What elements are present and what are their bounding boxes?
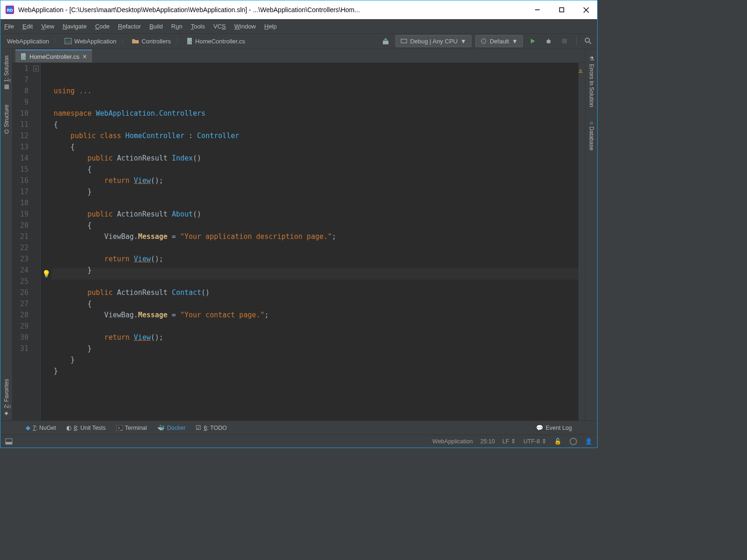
title-bar: RD WebApplication - [C:\Users\maart\Desk… xyxy=(0,0,597,19)
menu-build[interactable]: Build xyxy=(149,23,163,30)
svg-rect-29 xyxy=(6,442,12,444)
app-icon: RD xyxy=(5,5,14,14)
menu-window[interactable]: Window xyxy=(234,23,256,30)
svg-line-23 xyxy=(589,42,591,44)
event-log-button[interactable]: 💬Event Log xyxy=(536,424,572,431)
csharp-project-icon: C# xyxy=(64,37,72,45)
svg-text:RD: RD xyxy=(7,8,13,13)
menu-help[interactable]: Help xyxy=(264,23,277,30)
tool-terminal[interactable]: >_Terminal xyxy=(116,425,147,431)
tool-errors[interactable]: ⚗Errors In Solution xyxy=(587,52,596,111)
tool-favorites[interactable]: ★2: Favorites xyxy=(2,375,11,420)
status-bar: WebApplication 25:10 LF ⇕ UTF-8 ⇕ 🔓 👤 xyxy=(0,434,597,448)
svg-text:C#: C# xyxy=(66,40,71,44)
code-content[interactable]: using ... namespace WebApplication.Contr… xyxy=(52,63,578,420)
chevron-down-icon: ▼ xyxy=(460,38,466,45)
run-config-selector[interactable]: Debug | Any CPU ▼ xyxy=(395,35,472,47)
tool-window-icon[interactable] xyxy=(5,438,13,445)
inspector-icon[interactable]: 👤 xyxy=(585,438,592,445)
lock-icon[interactable]: 🔓 xyxy=(554,438,562,445)
minimize-button[interactable] xyxy=(531,4,544,15)
terminal-icon: >_ xyxy=(116,425,123,431)
toolbar: WebApplication 〉 C# WebApplication 〉 Con… xyxy=(0,33,597,49)
code-area[interactable]: 1789101112131415161718192021222324252627… xyxy=(13,63,585,420)
star-icon: ★ xyxy=(3,410,10,417)
bottom-tool-strip: ◆7: NuGet ◐8: Unit Tests >_Terminal 🐳Doc… xyxy=(0,420,597,434)
svg-rect-12 xyxy=(401,39,407,43)
menu-run[interactable]: Run xyxy=(171,23,183,30)
lightbulb-icon[interactable]: 💡 xyxy=(42,268,51,280)
file-tab-homecontroller[interactable]: C# HomeController.cs ✕ xyxy=(15,49,92,63)
database-icon: ≡ xyxy=(588,121,595,125)
left-tool-strip: ▦1: Solution ⌬Structure ★2: Favorites xyxy=(0,49,13,420)
maximize-button[interactable] xyxy=(555,4,568,15)
breadcrumb-project[interactable]: C# WebApplication xyxy=(61,35,120,48)
error-strip[interactable]: ⚠ xyxy=(578,63,585,420)
svg-rect-11 xyxy=(383,41,388,44)
tool-structure[interactable]: ⌬Structure xyxy=(2,101,11,138)
tab-close-button[interactable]: ✕ xyxy=(82,53,87,60)
menu-refactor[interactable]: Refactor xyxy=(118,23,141,30)
target-icon xyxy=(480,38,487,44)
svg-point-30 xyxy=(570,438,577,445)
build-button[interactable] xyxy=(380,35,392,47)
svg-line-18 xyxy=(550,40,551,41)
warning-icon: ⚠ xyxy=(578,65,583,76)
svg-rect-21 xyxy=(562,39,567,43)
menu-tools[interactable]: Tools xyxy=(191,23,205,30)
chevron-down-icon: ▼ xyxy=(512,38,518,45)
main-area: ▦1: Solution ⌬Structure ★2: Favorites C#… xyxy=(0,49,597,420)
window-title: WebApplication - [C:\Users\maart\Desktop… xyxy=(18,6,526,14)
tool-nuget[interactable]: ◆7: NuGet xyxy=(26,424,56,431)
run-button[interactable] xyxy=(527,35,539,47)
crumb-sep: 〉 xyxy=(53,37,61,45)
right-tool-strip: ⚗Errors In Solution ≡Database xyxy=(585,49,597,420)
chat-icon: 💬 xyxy=(536,424,543,431)
tab-strip: C# HomeController.cs ✕ xyxy=(13,49,585,63)
status-line-ending[interactable]: LF ⇕ xyxy=(502,438,516,445)
flask-icon: ⚗ xyxy=(588,56,595,62)
svg-line-17 xyxy=(546,40,547,41)
svg-line-20 xyxy=(550,42,551,43)
todo-icon: ☑ xyxy=(196,424,201,431)
menu-edit[interactable]: Edit xyxy=(22,23,33,30)
tool-solution[interactable]: ▦1: Solution xyxy=(2,52,11,94)
csharp-file-icon: C# xyxy=(186,37,193,45)
menu-vcs[interactable]: VCS xyxy=(213,23,226,30)
svg-point-15 xyxy=(547,40,550,43)
tool-docker[interactable]: 🐳Docker xyxy=(157,424,186,431)
line-gutter: 1789101112131415161718192021222324252627… xyxy=(13,63,32,420)
csharp-file-icon: C# xyxy=(20,53,27,60)
breadcrumb-solution[interactable]: WebApplication xyxy=(3,35,53,48)
breadcrumb-file[interactable]: C# HomeController.cs xyxy=(183,35,249,48)
tab-label: HomeController.cs xyxy=(29,53,79,60)
fold-expand-icon[interactable]: + xyxy=(33,66,39,71)
close-button[interactable] xyxy=(579,4,592,15)
nuget-icon: ◆ xyxy=(26,424,30,431)
fold-column[interactable]: + xyxy=(32,63,41,420)
svg-text:C#: C# xyxy=(21,56,26,59)
menu-bar: File Edit View Navigate Code Refactor Bu… xyxy=(0,19,597,33)
menu-navigate[interactable]: Navigate xyxy=(63,23,86,30)
target-selector[interactable]: Default ▼ xyxy=(475,35,523,47)
tests-icon: ◐ xyxy=(66,424,71,431)
search-button[interactable] xyxy=(582,35,594,47)
svg-text:C#: C# xyxy=(188,41,192,44)
menu-file[interactable]: File xyxy=(4,23,14,30)
tool-todo[interactable]: ☑6: TODO xyxy=(196,424,227,431)
tool-database[interactable]: ≡Database xyxy=(587,118,596,154)
svg-rect-4 xyxy=(560,8,564,12)
stop-button[interactable] xyxy=(558,35,571,47)
breadcrumb-folder[interactable]: Controllers xyxy=(128,35,175,48)
tool-unittests[interactable]: ◐8: Unit Tests xyxy=(66,424,106,431)
menu-view[interactable]: View xyxy=(41,23,54,30)
docker-icon: 🐳 xyxy=(157,424,165,431)
status-cursor[interactable]: 25:10 xyxy=(480,438,495,445)
status-encoding[interactable]: UTF-8 ⇕ xyxy=(523,438,547,445)
structure-icon: ⌬ xyxy=(3,129,10,133)
menu-code[interactable]: Code xyxy=(95,23,110,30)
debug-button[interactable] xyxy=(543,35,555,47)
status-context[interactable]: WebApplication xyxy=(432,438,473,445)
solution-icon: ▦ xyxy=(3,84,10,91)
svg-text:>_: >_ xyxy=(118,426,123,430)
